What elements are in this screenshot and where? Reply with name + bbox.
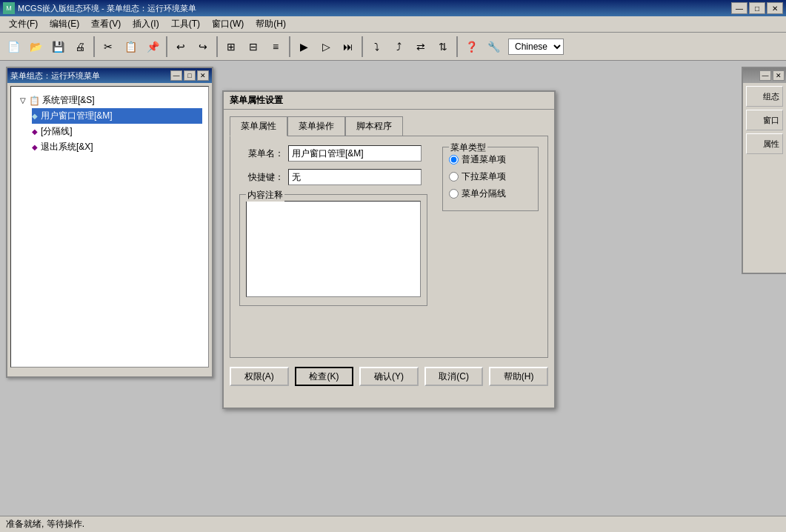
secondary-window: — ✕ 组态 窗口 属性 <box>742 67 786 274</box>
menu-file[interactable]: 文件(F) <box>3 16 44 32</box>
menu-name-label: 菜单名： <box>239 147 284 160</box>
menu-type-group-label: 菜单类型 <box>449 142 487 154</box>
radio-normal-label: 普通菜单项 <box>462 153 506 166</box>
separator6 <box>456 36 458 57</box>
toolbar-redo[interactable]: ↪ <box>193 36 213 57</box>
secondary-win-min[interactable]: — <box>759 70 771 81</box>
cancel-button[interactable]: 取消(C) <box>424 367 484 386</box>
minimize-button[interactable]: — <box>731 2 747 14</box>
title-bar: M MCGS嵌入版组态环境 - 菜单组态：运行环境菜单 — □ ✕ <box>0 0 786 16</box>
radio-separator-label: 菜单分隔线 <box>462 187 506 200</box>
tab-script[interactable]: 脚本程序 <box>345 116 403 136</box>
toolbar-btn17[interactable]: ⤴ <box>388 36 409 57</box>
tree-root-label: 系统管理[&S] <box>42 94 95 107</box>
tree-content: ▽ 📋 系统管理[&S] ◆ 用户窗口管理[&M] ◆ [分隔线] ◆ 退出系统… <box>10 86 209 368</box>
toolbar-btn4[interactable]: 🖨 <box>70 36 90 57</box>
toolbar-btn19[interactable]: ⇅ <box>433 36 453 57</box>
note-textarea[interactable] <box>246 201 421 297</box>
radio-normal: 普通菜单项 <box>449 153 532 166</box>
menu-view[interactable]: 查看(V) <box>85 16 127 32</box>
menu-tree-controls: — □ ✕ <box>170 70 209 81</box>
menu-tree-titlebar: 菜单组态：运行环境菜单 — □ ✕ <box>7 68 212 83</box>
help-button[interactable]: 帮助(H) <box>489 367 548 386</box>
sec-btn-compose[interactable]: 组态 <box>746 86 783 107</box>
tree-root[interactable]: ▽ 📋 系统管理[&S] <box>17 93 202 108</box>
tab-menu-properties[interactable]: 菜单属性 <box>230 116 287 136</box>
toolbar-save[interactable]: 💾 <box>47 36 68 57</box>
menu-tree-minimize[interactable]: — <box>170 70 182 81</box>
language-select[interactable]: Chinese English <box>508 39 564 55</box>
toolbar-cut[interactable]: ✂ <box>98 36 119 57</box>
tab-content: 菜单名： 快捷键： 菜单类型 普通菜单项 <box>230 136 548 358</box>
confirm-button[interactable]: 确认(Y) <box>359 367 419 386</box>
tab-menu-operations[interactable]: 菜单操作 <box>287 116 345 136</box>
menu-window[interactable]: 窗口(W) <box>206 16 250 32</box>
toolbar-copy[interactable]: 📋 <box>120 36 141 57</box>
toolbar-btn16[interactable]: ⤵ <box>366 36 387 57</box>
toolbar-new[interactable]: 📄 <box>3 36 24 57</box>
radio-separator-input[interactable] <box>449 189 459 199</box>
toolbar-btn10[interactable]: ⊞ <box>221 36 242 57</box>
tree-root-icon: 📋 <box>29 96 40 106</box>
tree-item-3-label: 退出系统[&X] <box>41 141 93 153</box>
toolbar-help[interactable]: ❓ <box>461 36 482 57</box>
dialog-body: 菜单属性 菜单操作 脚本程序 菜单名： 快捷键： 菜单类型 <box>224 110 554 392</box>
maximize-button[interactable]: □ <box>749 2 765 14</box>
shortcut-input[interactable] <box>288 169 422 185</box>
menu-name-input[interactable] <box>288 145 422 162</box>
menu-tree-title: 菜单组态：运行环境菜单 <box>10 70 100 82</box>
toolbar-btn12[interactable]: ≡ <box>265 36 286 57</box>
title-bar-controls: — □ ✕ <box>731 2 783 14</box>
tree-item-1[interactable]: ◆ 用户窗口管理[&M] <box>32 108 202 124</box>
menu-help[interactable]: 帮助(H) <box>250 16 292 32</box>
status-text: 准备就绪, 等待操作. <box>6 518 84 531</box>
toolbar-open[interactable]: 📂 <box>25 36 46 57</box>
menu-tree-maximize[interactable]: □ <box>184 70 196 81</box>
tree-diamond-2: ◆ <box>32 127 38 136</box>
check-button[interactable]: 检查(K) <box>295 367 354 386</box>
tree-diamond-3: ◆ <box>32 143 38 151</box>
secondary-window-titlebar: — ✕ <box>743 68 786 83</box>
tree-item-3[interactable]: ◆ 退出系统[&X] <box>32 139 202 155</box>
toolbar-btn14[interactable]: ▷ <box>316 36 336 57</box>
tree-item-2-label: [分隔线] <box>41 125 73 138</box>
app-icon: M <box>3 2 15 14</box>
secondary-window-content: 组态 窗口 属性 <box>743 83 786 160</box>
tree-expand-icon: ▽ <box>17 96 29 104</box>
separator4 <box>289 36 290 57</box>
menu-insert[interactable]: 插入(I) <box>127 16 164 32</box>
main-area: 菜单组态：运行环境菜单 — □ ✕ ▽ 📋 系统管理[&S] ◆ 用户窗口管理[… <box>0 61 786 516</box>
toolbar-lang-selector[interactable]: Chinese English <box>508 39 564 55</box>
menu-tree-window: 菜单组态：运行环境菜单 — □ ✕ ▽ 📋 系统管理[&S] ◆ 用户窗口管理[… <box>6 67 213 378</box>
toolbar-paste[interactable]: 📌 <box>142 36 163 57</box>
radio-dropdown-input[interactable] <box>449 172 459 182</box>
toolbar: 📄 📂 💾 🖨 ✂ 📋 📌 ↩ ↪ ⊞ ⊟ ≡ ▶ ▷ ⏭ ⤵ ⤴ ⇄ ⇅ ❓ … <box>0 33 786 61</box>
note-group: 内容注释 <box>239 194 427 306</box>
menu-tools[interactable]: 工具(T) <box>165 16 206 32</box>
sec-btn-window[interactable]: 窗口 <box>746 110 783 130</box>
separator5 <box>362 36 363 57</box>
menu-type-group: 菜单类型 普通菜单项 下拉菜单项 菜单分隔线 <box>442 147 539 211</box>
toolbar-btn18[interactable]: ⇄ <box>410 36 431 57</box>
toolbar-btn15[interactable]: ⏭ <box>338 36 359 57</box>
toolbar-btn13[interactable]: ▶ <box>293 36 314 57</box>
radio-dropdown-label: 下拉菜单项 <box>462 170 506 183</box>
separator3 <box>216 36 218 57</box>
menu-bar: 文件(F) 编辑(E) 查看(V) 插入(I) 工具(T) 窗口(W) 帮助(H… <box>0 16 786 33</box>
radio-normal-input[interactable] <box>449 155 459 164</box>
menu-tree-close[interactable]: ✕ <box>197 70 209 81</box>
tree-item-1-label: 用户窗口管理[&M] <box>41 110 113 122</box>
toolbar-btn21[interactable]: 🔧 <box>483 36 504 57</box>
dialog-title: 菜单属性设置 <box>224 92 554 110</box>
menu-edit[interactable]: 编辑(E) <box>44 16 85 32</box>
permission-button[interactable]: 权限(A) <box>230 367 289 386</box>
note-group-label: 内容注释 <box>246 189 284 202</box>
secondary-win-close[interactable]: ✕ <box>773 70 785 81</box>
dialog-buttons: 权限(A) 检查(K) 确认(Y) 取消(C) 帮助(H) <box>230 367 548 386</box>
tree-item-2[interactable]: ◆ [分隔线] <box>32 124 202 139</box>
tree-diamond-1: ◆ <box>32 112 38 120</box>
toolbar-undo[interactable]: ↩ <box>170 36 191 57</box>
sec-btn-properties[interactable]: 属性 <box>746 133 783 154</box>
toolbar-btn11[interactable]: ⊟ <box>243 36 264 57</box>
close-button[interactable]: ✕ <box>767 2 783 14</box>
